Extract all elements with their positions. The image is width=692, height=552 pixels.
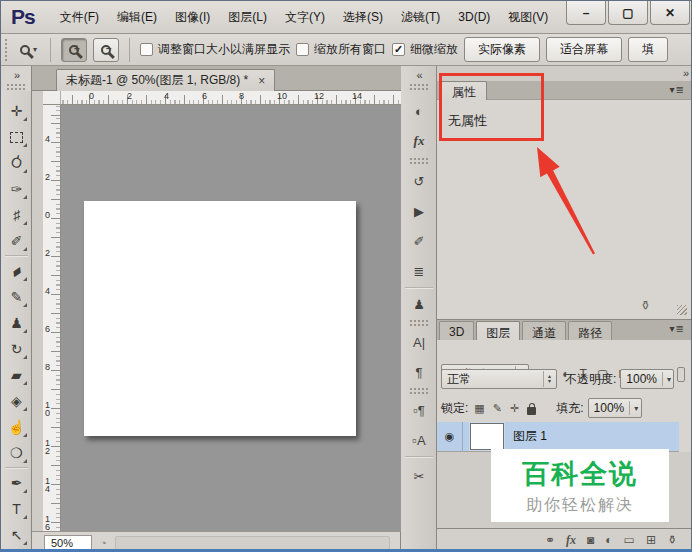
layer-group-icon[interactable]: ▭ (624, 533, 635, 547)
path-selection-tool[interactable]: ↖ (4, 523, 29, 547)
lock-position-icon[interactable]: ✛ (510, 402, 519, 415)
menu-type[interactable]: 文字(Y) (276, 5, 334, 30)
clone-source-panel-icon[interactable]: ♟ (406, 292, 432, 316)
fit-screen-button[interactable]: 适合屏幕 (546, 37, 622, 62)
opacity-select[interactable]: 100% ▾ (620, 369, 674, 389)
collapse-panel-icon[interactable]: » (683, 67, 687, 79)
annotation-highlight-box (439, 73, 544, 141)
zoom-all-windows-label: 缩放所有窗口 (314, 41, 386, 58)
adjustments-panel-icon[interactable]: ◐ (406, 99, 432, 123)
move-tool[interactable]: ✛ (4, 99, 29, 123)
watermark-badge: 百科全说 助你轻松解决 (491, 449, 669, 522)
spot-healing-brush-tool[interactable]: ▰ (4, 259, 29, 283)
tab-channels[interactable]: 通道 (522, 321, 566, 340)
canvas-viewport[interactable] (61, 105, 401, 531)
tab-paths[interactable]: 路径 (568, 321, 612, 340)
actual-pixels-button[interactable]: 实际像素 (464, 37, 540, 62)
document-close-icon[interactable]: × (258, 74, 265, 88)
menu-image[interactable]: 图像(I) (166, 5, 219, 30)
zoom-out-button[interactable]: − (93, 38, 119, 62)
styles-panel-icon[interactable]: fx (406, 129, 432, 153)
paragraph-styles-panel-icon[interactable]: ▫¶ (406, 398, 432, 422)
zoom-tool-preset[interactable]: ▾ (17, 43, 40, 57)
brush-panel-icon[interactable]: ✐ (406, 229, 432, 253)
pen-tool[interactable]: ✒ (4, 471, 29, 495)
zoom-level-field[interactable]: 50% (44, 535, 92, 551)
menu-view[interactable]: 视图(V) (499, 5, 557, 30)
resize-grip-icon[interactable] (677, 305, 687, 315)
minimize-button[interactable]: – (566, 1, 606, 25)
resize-windows-option[interactable]: 调整窗口大小以满屏显示 (140, 41, 290, 58)
status-info-icon[interactable]: ◔ (100, 537, 107, 549)
new-layer-icon[interactable]: ⊞ (646, 533, 656, 547)
crop-tool[interactable]: ♯ (4, 203, 29, 227)
panel-menu-icon[interactable]: ▾≣ (670, 84, 685, 95)
scrubby-zoom-option[interactable]: ✓ 细微缩放 (392, 41, 458, 58)
tab-3d[interactable]: 3D (439, 321, 474, 340)
tools-panel-icon[interactable]: ✂ (406, 464, 432, 488)
fill-dropdown-icon[interactable]: ▾ (629, 401, 638, 415)
scrubby-zoom-checkbox[interactable]: ✓ (392, 43, 405, 56)
document-canvas[interactable] (84, 201, 356, 436)
menu-select[interactable]: 选择(S) (334, 5, 392, 30)
link-layers-icon[interactable]: ⚭ (545, 533, 555, 547)
dock-collapse-header[interactable]: « (401, 66, 436, 91)
document-tab[interactable]: 未标题-1 @ 50%(图层 1, RGB/8) * × (56, 69, 275, 91)
preset-dropdown-icon[interactable]: ▾ (33, 45, 37, 54)
zoom-all-windows-checkbox[interactable] (296, 43, 309, 56)
delete-layer-icon[interactable]: ⚱ (667, 533, 677, 547)
ruler-corner[interactable] (43, 91, 61, 105)
lock-all-icon[interactable] (527, 407, 536, 415)
menu-3d[interactable]: 3D(D) (449, 6, 499, 28)
layer-row-selected[interactable]: ◉ 图层 1 (437, 422, 679, 452)
trash-icon[interactable]: ⚱ (640, 298, 651, 313)
type-tool[interactable]: T (4, 497, 29, 521)
fill-value: 100% (594, 401, 625, 415)
tab-layers[interactable]: 图层 (476, 321, 520, 340)
brush-tool[interactable]: ✎ (4, 285, 29, 309)
paint-bucket-tool[interactable]: ◈ (4, 389, 29, 413)
fill-screen-button[interactable]: 填 (628, 37, 668, 62)
vertical-ruler[interactable]: 4 2 0 2 4 6 8 10 12 14 16 (43, 105, 61, 531)
zoom-all-windows-option[interactable]: 缩放所有窗口 (296, 41, 386, 58)
history-brush-tool[interactable]: ↻ (4, 337, 29, 361)
clone-stamp-tool[interactable]: ♟ (4, 311, 29, 335)
toolbar-collapse-header[interactable]: » (1, 66, 32, 91)
dodge-tool[interactable]: ❍ (4, 441, 29, 465)
quick-selection-tool[interactable]: ✑ (4, 177, 29, 201)
menu-layer[interactable]: 图层(L) (219, 5, 276, 30)
layers-panel-menu-icon[interactable]: ▾≣ (670, 323, 685, 334)
actions-panel-icon[interactable]: ▶ (406, 199, 432, 223)
lasso-tool[interactable]: Ϙ (4, 151, 29, 175)
lock-image-pixels-icon[interactable]: ✎ (493, 402, 502, 415)
layer-thumbnail[interactable] (470, 423, 504, 450)
blend-mode-select[interactable]: 正常 ▴▾ (441, 369, 557, 389)
lock-transparent-pixels-icon[interactable]: ▦ (474, 402, 484, 415)
menu-file[interactable]: 文件(F) (51, 5, 108, 30)
eraser-tool[interactable]: ▰ (4, 363, 29, 387)
zoom-in-button[interactable]: + (61, 38, 87, 62)
menu-edit[interactable]: 编辑(E) (108, 5, 166, 30)
paragraph-panel-icon[interactable]: ¶ (406, 360, 432, 384)
collapse-toolbar-icon[interactable]: » (14, 69, 18, 81)
layer-mask-icon[interactable]: ◙ (587, 533, 594, 547)
character-styles-panel-icon[interactable]: ▫A (406, 428, 432, 452)
resize-windows-checkbox[interactable] (140, 43, 153, 56)
horizontal-ruler[interactable]: 0 2 4 6 8 10 12 14 (61, 91, 401, 105)
smudge-tool[interactable]: ☝ (4, 415, 29, 439)
fill-select[interactable]: 100% ▾ (588, 398, 642, 418)
expand-panels-icon[interactable]: « (416, 69, 420, 81)
brush-presets-panel-icon[interactable]: ≣ (406, 259, 432, 283)
character-panel-icon[interactable]: A| (406, 330, 432, 354)
history-panel-icon[interactable]: ↺ (406, 169, 432, 193)
close-button[interactable]: ✕ (650, 1, 690, 25)
menu-filter[interactable]: 滤镜(T) (392, 5, 449, 30)
eyedropper-tool[interactable]: ✐ (4, 229, 29, 253)
layer-style-icon[interactable]: fx (566, 533, 576, 548)
rectangular-marquee-tool[interactable] (4, 125, 29, 149)
layer-visibility-toggle[interactable]: ◉ (437, 422, 463, 452)
opacity-dropdown-icon[interactable]: ▾ (662, 372, 671, 386)
maximize-button[interactable]: ▢ (608, 1, 648, 25)
adjustment-layer-icon[interactable]: ◐ (605, 533, 612, 547)
dock-grip (410, 388, 428, 394)
